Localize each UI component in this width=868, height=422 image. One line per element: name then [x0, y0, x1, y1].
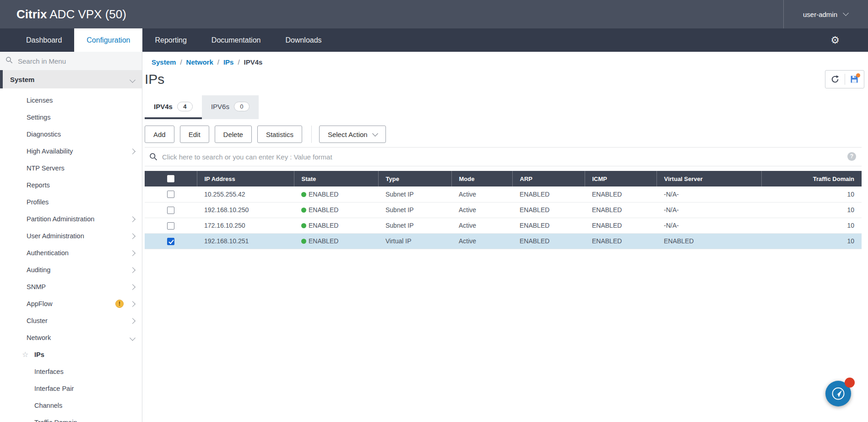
sidebar-section-system[interactable]: System: [0, 70, 142, 88]
tab-ipv4s[interactable]: IPV4s4: [145, 95, 202, 119]
user-menu[interactable]: user-admin: [783, 0, 868, 28]
page-tools: [825, 70, 864, 88]
sidebar-item-reports[interactable]: Reports: [0, 176, 142, 193]
breadcrumb-link-ips[interactable]: IPs: [223, 58, 234, 66]
select-action-label: Select Action: [328, 131, 368, 138]
breadcrumb-link-network[interactable]: Network: [186, 58, 213, 66]
refresh-button[interactable]: [830, 75, 840, 84]
action-statistics-button[interactable]: Statistics: [257, 126, 302, 143]
column-header-virtual-server: Virtual Server: [656, 171, 761, 186]
nav-tab-downloads[interactable]: Downloads: [273, 28, 334, 52]
sidebar-item-label: User Administration: [27, 232, 84, 240]
sidebar-item-label: Interface Pair: [34, 385, 74, 392]
select-all-checkbox[interactable]: [167, 175, 174, 182]
cell-mode: Active: [451, 202, 512, 218]
sidebar-item-label: Partition Administration: [27, 215, 94, 223]
sidebar-item-traffic-domain[interactable]: Traffic Domain: [0, 414, 142, 422]
table-row[interactable]: 172.16.10.250ENABLEDSubnet IPActiveENABL…: [145, 218, 862, 233]
gear-icon[interactable]: ⚙: [830, 28, 840, 52]
sidebar-item-settings[interactable]: Settings: [0, 109, 142, 126]
nav-tabs: DashboardConfigurationReportingDocumenta…: [14, 28, 334, 52]
nav-tab-reporting[interactable]: Reporting: [142, 28, 199, 52]
sidebar-item-appflow[interactable]: AppFlow!: [0, 295, 142, 312]
nav-tab-configuration[interactable]: Configuration: [74, 28, 142, 52]
sidebar-item-interfaces[interactable]: Interfaces: [0, 363, 142, 380]
sidebar-item-label: SNMP: [27, 283, 46, 290]
sidebar-item-partition-administration[interactable]: Partition Administration: [0, 210, 142, 227]
save-button[interactable]: [850, 75, 859, 84]
cell-type: Subnet IP: [378, 218, 451, 233]
row-checkbox[interactable]: [167, 238, 174, 245]
column-header-mode: Mode: [451, 171, 512, 186]
notification-dot: [845, 378, 855, 388]
action-toolbar: AddEditDeleteStatistics Select Action: [145, 126, 868, 143]
table-row[interactable]: 192.168.10.250ENABLEDSubnet IPActiveENAB…: [145, 202, 862, 218]
tools-divider: [845, 74, 845, 85]
breadcrumb-current: IPV4s: [244, 58, 263, 66]
breadcrumb-link-system[interactable]: System: [152, 58, 176, 66]
status-dot-icon: [301, 239, 306, 244]
cell-state: ENABLED: [294, 202, 378, 218]
action-buttons: AddEditDeleteStatistics: [145, 126, 308, 143]
sidebar-item-label: Profiles: [27, 198, 49, 206]
cell-state: ENABLED: [294, 186, 378, 202]
app-header: Citrix ADC VPX (50) user-admin: [0, 0, 868, 28]
table-row[interactable]: 10.255.255.42ENABLEDSubnet IPActiveENABL…: [145, 186, 862, 202]
cell-ip: 172.16.10.250: [197, 218, 294, 233]
sidebar-item-label: Diagnostics: [27, 131, 61, 138]
sidebar-search[interactable]: [0, 52, 142, 70]
chevron-right-icon: [130, 148, 135, 155]
cell-type: Subnet IP: [378, 202, 451, 218]
tab-ipv6s[interactable]: IPV6s0: [202, 95, 259, 119]
cell-arp: ENABLED: [512, 186, 585, 202]
sidebar-item-licenses[interactable]: Licenses: [0, 92, 142, 109]
sidebar-item-ntp-servers[interactable]: NTP Servers: [0, 159, 142, 176]
chevron-down-icon: [372, 131, 378, 137]
search-icon: [5, 56, 13, 66]
table-row[interactable]: 192.168.10.251ENABLEDVirtual IPActiveENA…: [145, 233, 862, 249]
search-icon: [149, 153, 157, 163]
action-delete-button[interactable]: Delete: [215, 126, 252, 143]
tab-label: IPV6s: [211, 103, 229, 110]
chevron-right-icon: [130, 215, 135, 223]
sidebar-item-channels[interactable]: Channels: [0, 397, 142, 414]
sidebar-item-auditing[interactable]: Auditing: [0, 261, 142, 278]
action-add-button[interactable]: Add: [145, 126, 174, 143]
row-checkbox[interactable]: [167, 222, 174, 230]
cell-arp: ENABLED: [512, 233, 585, 249]
sidebar-item-profiles[interactable]: Profiles: [0, 193, 142, 210]
sidebar-item-interface-pair[interactable]: Interface Pair: [0, 380, 142, 397]
help-icon[interactable]: ?: [847, 152, 856, 161]
sidebar: System LicensesSettingsDiagnosticsHigh A…: [0, 52, 142, 422]
sidebar-item-high-availability[interactable]: High Availability: [0, 142, 142, 159]
sidebar-item-label: Network: [27, 334, 51, 341]
save-notification-dot: [856, 73, 860, 77]
sidebar-item-diagnostics[interactable]: Diagnostics: [0, 126, 142, 142]
cell-arp: ENABLED: [512, 218, 585, 233]
cell-mode: Active: [451, 233, 512, 249]
row-checkbox[interactable]: [167, 191, 174, 198]
table-search-input[interactable]: [145, 148, 862, 166]
cell-traffic-domain: 10: [761, 202, 862, 218]
cell-icmp: ENABLED: [585, 202, 656, 218]
row-checkbox[interactable]: [167, 207, 174, 214]
column-header-state: State: [294, 171, 378, 186]
sidebar-item-snmp[interactable]: SNMP: [0, 278, 142, 295]
row-select-cell: [145, 202, 197, 218]
ip-table: IP AddressStateTypeModeARPICMPVirtual Se…: [145, 171, 862, 249]
sidebar-item-label: Cluster: [27, 317, 48, 324]
sidebar-item-user-administration[interactable]: User Administration: [0, 227, 142, 244]
sidebar-item-network[interactable]: Network: [0, 329, 142, 346]
sidebar-item-authentication[interactable]: Authentication: [0, 244, 142, 261]
sidebar-item-cluster[interactable]: Cluster: [0, 312, 142, 329]
nav-tab-dashboard[interactable]: Dashboard: [14, 28, 74, 52]
sidebar-search-input[interactable]: [17, 57, 136, 66]
sidebar-item-label: Reports: [27, 181, 50, 189]
select-action-dropdown[interactable]: Select Action: [319, 126, 386, 143]
nav-tab-documentation[interactable]: Documentation: [199, 28, 273, 52]
sidebar-item-label: Traffic Domain: [34, 419, 77, 422]
sidebar-item-label: High Availability: [27, 148, 73, 155]
action-edit-button[interactable]: Edit: [180, 126, 209, 143]
sidebar-item-ips[interactable]: ☆IPs: [0, 346, 142, 363]
feedback-icon: [830, 386, 846, 401]
